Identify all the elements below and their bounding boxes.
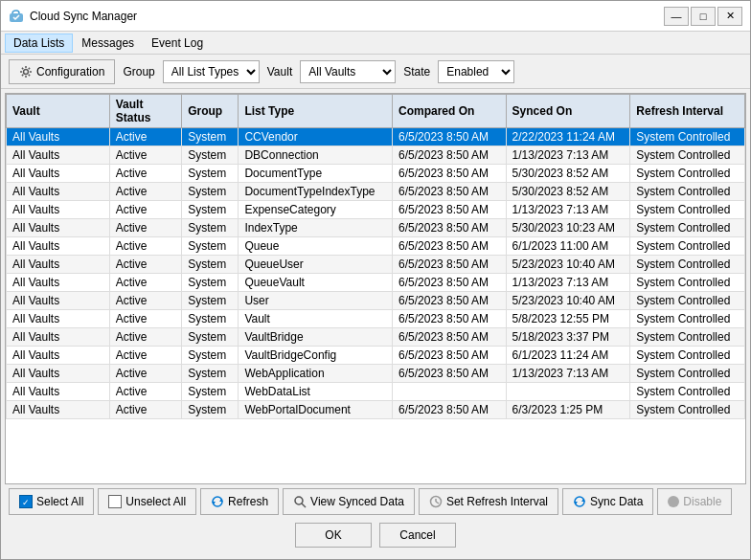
table-cell: 6/5/2023 8:50 AM	[393, 183, 507, 201]
svg-point-1	[24, 69, 29, 74]
menu-item-messages[interactable]: Messages	[73, 34, 143, 53]
table-cell: Active	[109, 128, 181, 146]
refresh-icon	[211, 495, 224, 508]
vault-select[interactable]: All Vaults	[300, 60, 396, 83]
set-refresh-interval-label: Set Refresh Interval	[446, 495, 548, 508]
view-synced-data-label: View Synced Data	[310, 495, 404, 508]
unselect-all-button[interactable]: Unselect All	[98, 488, 196, 515]
table-cell: WebApplication	[239, 365, 393, 383]
table-cell: 5/30/2023 8:52 AM	[506, 183, 630, 201]
table-cell: System Controlled	[630, 292, 745, 310]
configuration-button[interactable]: Configuration	[9, 59, 115, 84]
table-cell: 5/18/2023 3:37 PM	[506, 328, 630, 347]
table-cell: 6/3/2023 1:25 PM	[506, 401, 630, 419]
col-vault: Vault	[7, 95, 110, 128]
table-cell: System Controlled	[630, 146, 745, 165]
table-cell: 6/5/2023 8:50 AM	[393, 401, 507, 419]
table-cell: All Vaults	[7, 292, 110, 310]
svg-line-8	[436, 502, 439, 504]
table-cell: Active	[109, 237, 181, 256]
window-title: Cloud Sync Manager	[30, 10, 137, 23]
menu-item-event-log[interactable]: Event Log	[143, 34, 212, 53]
select-all-check-icon: ✓	[19, 495, 33, 508]
table-cell: System	[182, 347, 239, 365]
table-row[interactable]: All VaultsActiveSystemWebPortalDocument6…	[7, 401, 745, 419]
table-cell: All Vaults	[7, 146, 110, 165]
minimize-button[interactable]: —	[664, 7, 689, 26]
table-row[interactable]: All VaultsActiveSystemCCVendor6/5/2023 8…	[7, 128, 745, 146]
disable-label: Disable	[683, 495, 721, 508]
table-row[interactable]: All VaultsActiveSystemIndexType6/5/2023 …	[7, 219, 745, 237]
svg-point-4	[295, 497, 303, 504]
table-cell: 6/5/2023 8:50 AM	[393, 274, 507, 292]
group-label: Group	[123, 65, 154, 78]
state-select[interactable]: EnabledDisabledAll	[438, 60, 514, 83]
table-cell: WebPortalDocument	[239, 401, 393, 419]
select-all-button[interactable]: ✓ Select All	[9, 488, 94, 515]
table-cell: 6/1/2023 11:00 AM	[506, 237, 630, 256]
table-cell: DocumentType	[239, 165, 393, 183]
table-cell: System	[182, 183, 239, 201]
table-cell: Active	[109, 274, 181, 292]
table-cell: System	[182, 201, 239, 219]
table-cell: 6/5/2023 8:50 AM	[393, 201, 507, 219]
table-row[interactable]: All VaultsActiveSystemQueue6/5/2023 8:50…	[7, 237, 745, 256]
set-refresh-interval-button[interactable]: Set Refresh Interval	[419, 488, 558, 515]
main-window: Cloud Sync Manager — □ ✕ Data Lists Mess…	[0, 0, 751, 560]
table-cell: System Controlled	[630, 183, 745, 201]
cancel-button[interactable]: Cancel	[379, 523, 456, 548]
close-button[interactable]: ✕	[717, 7, 742, 26]
table-row[interactable]: All VaultsActiveSystemQueueUser6/5/2023 …	[7, 256, 745, 274]
disable-button[interactable]: Disable	[657, 488, 732, 515]
table-cell: 6/5/2023 8:50 AM	[393, 310, 507, 328]
table-cell: 6/5/2023 8:50 AM	[393, 292, 507, 310]
title-bar-left: Cloud Sync Manager	[9, 9, 137, 24]
table-row[interactable]: All VaultsActiveSystemVault6/5/2023 8:50…	[7, 310, 745, 328]
table-cell: 5/23/2023 10:40 AM	[506, 256, 630, 274]
ok-button[interactable]: OK	[295, 523, 372, 548]
table-cell: All Vaults	[7, 256, 110, 274]
table-cell: All Vaults	[7, 183, 110, 201]
table-cell: 5/23/2023 10:40 AM	[506, 292, 630, 310]
table-row[interactable]: All VaultsActiveSystemVaultBridge6/5/202…	[7, 328, 745, 347]
table-cell: All Vaults	[7, 128, 110, 146]
table-cell: VaultBridgeConfig	[239, 347, 393, 365]
table-cell: System Controlled	[630, 201, 745, 219]
maximize-button[interactable]: □	[691, 7, 716, 26]
table-cell: QueueUser	[239, 256, 393, 274]
configuration-label: Configuration	[36, 65, 104, 78]
table-cell: System Controlled	[630, 256, 745, 274]
clock-icon	[429, 495, 443, 508]
table-cell: All Vaults	[7, 401, 110, 419]
table-cell: System Controlled	[630, 165, 745, 183]
table-cell: System	[182, 165, 239, 183]
table-cell: 5/30/2023 8:52 AM	[506, 165, 630, 183]
refresh-button[interactable]: Refresh	[200, 488, 279, 515]
table-row[interactable]: All VaultsActiveSystemDocumentTypeIndexT…	[7, 183, 745, 201]
svg-line-5	[302, 504, 306, 507]
data-table-container[interactable]: Vault VaultStatus Group List Type Compar…	[5, 93, 746, 484]
content-area: Vault VaultStatus Group List Type Compar…	[1, 89, 750, 559]
table-cell: 1/13/2023 7:13 AM	[506, 365, 630, 383]
table-cell: System Controlled	[630, 383, 745, 401]
table-row[interactable]: All VaultsActiveSystemDBConnection6/5/20…	[7, 146, 745, 165]
group-select[interactable]: All List Types	[163, 60, 260, 83]
col-refresh-interval: Refresh Interval	[630, 95, 745, 128]
view-synced-data-button[interactable]: View Synced Data	[283, 488, 415, 515]
table-cell: System Controlled	[630, 128, 745, 146]
table-row[interactable]: All VaultsActiveSystemVaultBridgeConfig6…	[7, 347, 745, 365]
menu-item-data-lists[interactable]: Data Lists	[5, 34, 73, 53]
table-cell: Queue	[239, 237, 393, 256]
table-cell: 6/5/2023 8:50 AM	[393, 146, 507, 165]
table-row[interactable]: All VaultsActiveSystemUser6/5/2023 8:50 …	[7, 292, 745, 310]
table-cell: WebDataList	[239, 383, 393, 401]
sync-data-button[interactable]: Sync Data	[562, 488, 653, 515]
table-row[interactable]: All VaultsActiveSystemWebApplication6/5/…	[7, 365, 745, 383]
table-row[interactable]: All VaultsActiveSystemExpenseCategory6/5…	[7, 201, 745, 219]
table-row[interactable]: All VaultsActiveSystemWebDataListSystem …	[7, 383, 745, 401]
table-row[interactable]: All VaultsActiveSystemDocumentType6/5/20…	[7, 165, 745, 183]
table-cell: Active	[109, 219, 181, 237]
table-cell: All Vaults	[7, 237, 110, 256]
sync-data-label: Sync Data	[590, 495, 643, 508]
table-row[interactable]: All VaultsActiveSystemQueueVault6/5/2023…	[7, 274, 745, 292]
